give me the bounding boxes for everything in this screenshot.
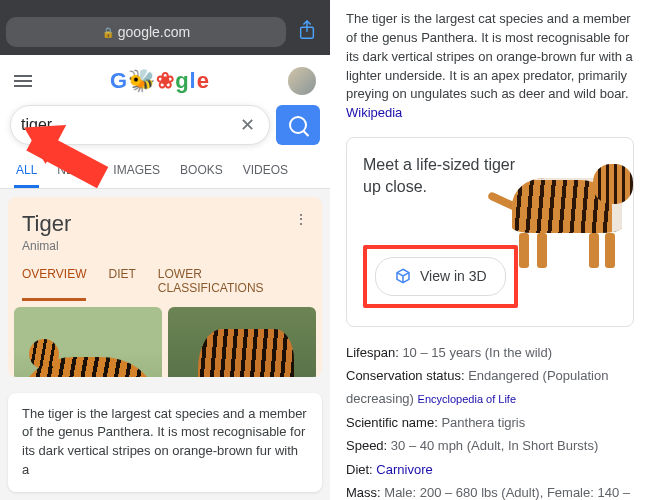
- wikipedia-link[interactable]: Wikipedia: [346, 105, 402, 120]
- detail-pane: The tiger is the largest cat species and…: [330, 0, 650, 500]
- fact-value: Male: 200 – 680 lbs (Adult), Female: 140…: [384, 485, 630, 500]
- clear-icon[interactable]: ✕: [236, 112, 259, 138]
- result-tabs: ALL NEWS IMAGES BOOKS VIDEOS: [0, 153, 330, 189]
- mobile-search-pane: 🔒 google.com G🐝❀gle ✕ ALL NEWS IMAGES BO…: [0, 0, 330, 500]
- eol-link[interactable]: Encyclopedia of Life: [418, 393, 516, 405]
- hamburger-menu-icon[interactable]: [14, 75, 32, 87]
- kp-image-2[interactable]: [168, 307, 316, 376]
- search-icon: [289, 116, 307, 134]
- fact-label: Lifespan:: [346, 345, 399, 360]
- google-doodle-logo[interactable]: G🐝❀gle: [52, 68, 268, 94]
- tab-images[interactable]: IMAGES: [111, 153, 162, 188]
- search-input[interactable]: [21, 116, 236, 134]
- kp-subtitle: Animal: [22, 239, 71, 253]
- kp-title: Tiger: [22, 211, 71, 237]
- kp-image-strip: [8, 301, 322, 376]
- fact-label: Scientific name:: [346, 415, 438, 430]
- fact-value: Panthera tigris: [441, 415, 525, 430]
- fact-label: Conservation status:: [346, 368, 465, 383]
- browser-url-bar: 🔒 google.com: [0, 17, 330, 55]
- view-in-3d-button[interactable]: View in 3D: [375, 257, 506, 295]
- url-field[interactable]: 🔒 google.com: [6, 17, 286, 47]
- search-box[interactable]: ✕: [10, 105, 270, 145]
- tab-news[interactable]: NEWS: [55, 153, 95, 188]
- cube-icon: [394, 267, 412, 285]
- fact-value: 30 – 40 mph (Adult, In Short Bursts): [391, 438, 598, 453]
- kp-tab-overview[interactable]: OVERVIEW: [22, 267, 86, 301]
- url-domain: google.com: [118, 24, 190, 40]
- app-header: G🐝❀gle: [0, 55, 330, 105]
- tab-videos[interactable]: VIDEOS: [241, 153, 290, 188]
- detail-description: The tiger is the largest cat species and…: [346, 11, 633, 101]
- tiger-3d-illustration: [497, 148, 637, 268]
- ar-card: Meet a life-sized tiger up close. View i…: [346, 137, 634, 326]
- tab-books[interactable]: BOOKS: [178, 153, 225, 188]
- status-bar: [0, 0, 330, 17]
- kp-tab-lower[interactable]: LOWER CLASSIFICATIONS: [158, 267, 308, 301]
- description-snippet: The tiger is the largest cat species and…: [8, 393, 322, 492]
- view-3d-highlight: View in 3D: [363, 245, 518, 307]
- diet-link[interactable]: Carnivore: [376, 462, 432, 477]
- kp-tabs: OVERVIEW DIET LOWER CLASSIFICATIONS: [8, 261, 322, 301]
- kp-image-1[interactable]: [14, 307, 162, 376]
- kp-overflow-icon[interactable]: ⋮: [294, 211, 308, 253]
- search-row: ✕: [0, 105, 330, 153]
- fact-label: Diet:: [346, 462, 373, 477]
- search-button[interactable]: [276, 105, 320, 145]
- share-icon[interactable]: [290, 20, 324, 45]
- fact-label: Speed:: [346, 438, 387, 453]
- avatar[interactable]: [288, 67, 316, 95]
- knowledge-panel: Tiger Animal ⋮ OVERVIEW DIET LOWER CLASS…: [8, 197, 322, 376]
- fact-value: 10 – 15 years (In the wild): [402, 345, 552, 360]
- fact-label: Mass:: [346, 485, 381, 500]
- tab-all[interactable]: ALL: [14, 153, 39, 188]
- kp-tab-diet[interactable]: DIET: [108, 267, 135, 301]
- facts-list: Lifespan: 10 – 15 years (In the wild) Co…: [346, 341, 634, 500]
- view-3d-label: View in 3D: [420, 266, 487, 286]
- lock-icon: 🔒: [102, 27, 114, 38]
